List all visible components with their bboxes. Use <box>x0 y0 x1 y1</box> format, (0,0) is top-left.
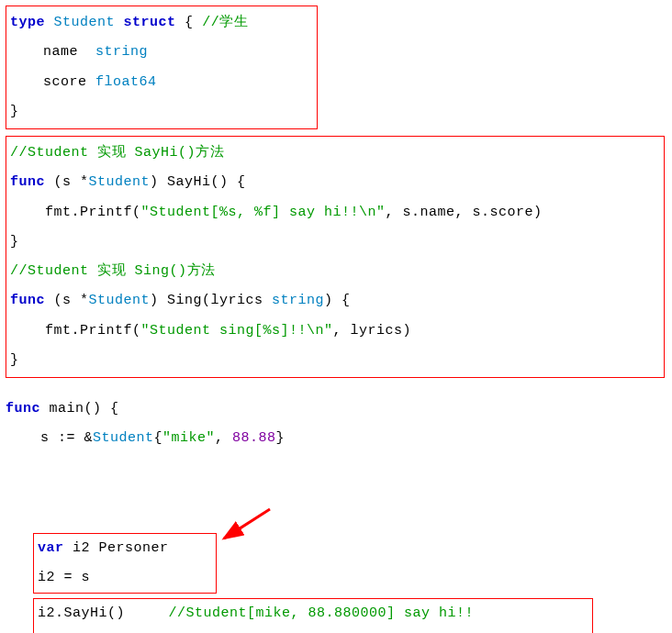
brace: } <box>10 234 19 250</box>
call-suffix: , lyrics) <box>333 323 412 339</box>
number-literal: 88.88 <box>232 430 276 446</box>
field-name: name <box>43 44 78 60</box>
brace: } <box>10 352 19 368</box>
comment-line: //Student 实现 SayHi()方法 <box>10 139 662 168</box>
code-line: i2.Sing("学生哥") //Student sing[学生哥]!! <box>38 628 588 633</box>
svg-line-0 <box>224 509 270 539</box>
code-line: name string <box>10 38 315 67</box>
padding <box>125 605 169 621</box>
code-line: } <box>10 346 662 375</box>
assign: i2 = s <box>38 570 90 585</box>
code-line: } <box>10 97 315 127</box>
code-line: type Student struct { //学生 <box>10 8 315 38</box>
comment: //Student 实现 Sing()方法 <box>10 263 216 279</box>
var-declaration-block: var i2 Personer i2 = s <box>33 533 217 594</box>
main-body-wrap: var i2 Personer i2 = s i2.SayHi() //Stud… <box>6 454 666 634</box>
code-line: func (s *Student) SayHi() { <box>10 168 662 197</box>
field-type: string <box>95 44 148 60</box>
brace: { <box>154 430 163 446</box>
code-line: func (s *Student) Sing(lyrics string) { <box>10 286 662 316</box>
keyword-struct: struct <box>124 15 176 30</box>
code-line: var i2 Personer <box>38 534 212 563</box>
field-type: float64 <box>95 74 157 90</box>
methods-block: //Student 实现 SayHi()方法 func (s *Student)… <box>6 136 665 378</box>
param-type: string <box>272 293 324 308</box>
code-line: func main() { <box>6 394 666 424</box>
string-literal: "Student sing[%s]!!\n" <box>141 323 333 339</box>
keyword-func: func <box>10 293 45 308</box>
call-prefix: fmt.Printf( <box>10 323 141 339</box>
interface-calls-block: i2.SayHi() //Student[mike, 88.880000] sa… <box>33 598 593 634</box>
string-literal: "Student[%s, %f] say hi!!\n" <box>141 205 386 220</box>
main-function-block: func main() { s := &Student{"mike", 88.8… <box>6 394 666 633</box>
comment-line: //Student 实现 Sing()方法 <box>10 257 662 286</box>
code-line: i2 = s <box>38 563 212 593</box>
brace: } <box>276 430 286 446</box>
keyword-func: func <box>10 174 45 190</box>
var-rest: i2 Personer <box>64 540 169 556</box>
code-line: s := &Student{"mike", 88.88} <box>6 424 666 453</box>
signature-mid: ) Sing(lyrics <box>150 293 272 308</box>
type-name: Student <box>54 15 116 30</box>
signature-rest: ) SayHi() { <box>150 174 246 190</box>
code-line: score float64 <box>10 68 315 97</box>
receiver-open: (s * <box>54 293 89 308</box>
code-line: i2.SayHi() //Student[mike, 88.880000] sa… <box>38 599 588 628</box>
code-line: fmt.Printf("Student sing[%s]!!\n", lyric… <box>10 316 662 346</box>
keyword-var: var <box>38 540 64 556</box>
receiver-type: Student <box>89 293 151 308</box>
comment: //学生 <box>202 15 248 30</box>
call-prefix: fmt.Printf( <box>10 205 141 220</box>
struct-definition-block: type Student struct { //学生 name string s… <box>6 6 318 129</box>
signature-close: ) { <box>324 293 351 308</box>
sep: , <box>215 430 232 446</box>
keyword-func: func <box>6 401 40 416</box>
output-comment: //Student[mike, 88.880000] say hi!! <box>169 605 475 621</box>
call-suffix: , s.name, s.score) <box>386 205 543 220</box>
brace: } <box>10 104 19 119</box>
code-line: } <box>10 228 662 257</box>
assign-prefix: s := & <box>6 430 93 446</box>
receiver-open: (s * <box>54 174 89 190</box>
call: i2.SayHi() <box>38 605 125 621</box>
arrow-icon <box>215 504 279 550</box>
code-line: fmt.Printf("Student[%s, %f] say hi!!\n",… <box>10 198 662 228</box>
keyword-type: type <box>10 15 45 30</box>
string-literal: "mike" <box>162 430 215 446</box>
main-signature: main() { <box>40 401 119 416</box>
brace: { <box>185 15 194 30</box>
field-name: score <box>43 74 87 90</box>
assign-type: Student <box>93 430 154 446</box>
receiver-type: Student <box>89 174 151 190</box>
comment: //Student 实现 SayHi()方法 <box>10 145 224 161</box>
